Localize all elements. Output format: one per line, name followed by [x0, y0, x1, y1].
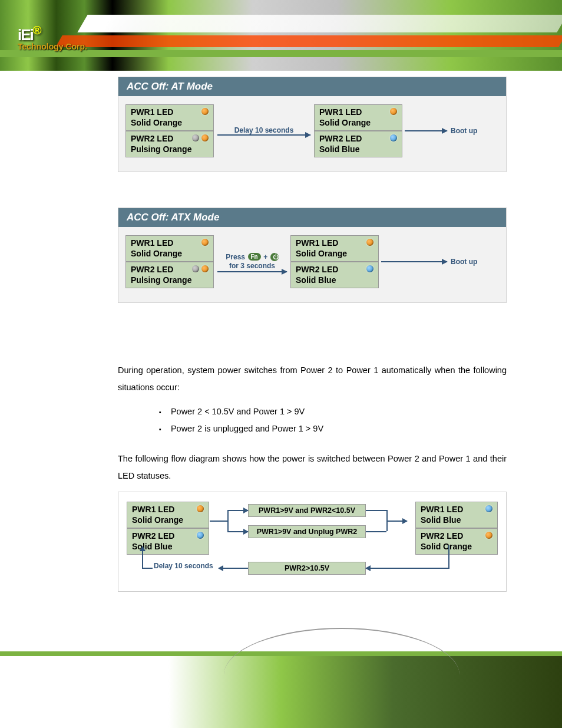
fn-key-icon: Fn [248, 253, 261, 261]
d3-right-r2: PWR2 LED Solid Orange [421, 531, 492, 552]
d2-duration-label: for 3 seconds [229, 262, 275, 270]
logo-sub: Technology Corp. [18, 42, 87, 51]
logo-reg: ® [33, 24, 41, 37]
d1-left-r1: PWR1 LED Solid Orange [131, 107, 209, 128]
logo-main: iEi [18, 26, 33, 44]
d1-mid-label: Delay 10 seconds [234, 126, 294, 134]
diagram2-title: ACC Off: ATX Mode [118, 208, 506, 227]
d2-press-label: Press [226, 253, 245, 261]
bullet-2: Power 2 is unplugged and Power 1 > 9V [159, 420, 507, 437]
bullet-list: Power 2 < 10.5V and Power 1 > 9V Power 2… [159, 403, 507, 437]
d3-delay: Delay 10 seconds [154, 562, 213, 570]
d3-cond2: PWR1>9V and Unplug PWR2 [248, 525, 366, 538]
d2-boot-label: Boot up [451, 258, 477, 266]
led-blue-icon [485, 505, 492, 512]
diagram-at-mode: ACC Off: AT Mode PWR1 LED Solid Orange P… [118, 77, 507, 172]
d3-cond1: PWR1>9V and PWR2<10.5V [248, 504, 366, 517]
d2-left-r1: PWR1 LED Solid Orange [131, 238, 209, 259]
led-orange-icon [201, 108, 209, 115]
d2-right-r1: PWR1 LED Solid Orange [296, 238, 373, 259]
d3-right-r1: PWR1 LED Solid Blue [421, 505, 492, 525]
footer-banner [0, 651, 562, 728]
plus-icon: + [263, 253, 267, 261]
d1-right-r2: PWR2 LED Solid Blue [319, 134, 397, 154]
paragraph-2: The following flow diagram shows how the… [118, 450, 507, 485]
d1-boot-label: Boot up [451, 127, 477, 135]
paragraph-1: During operation, system power switches … [118, 362, 507, 396]
logo: iEi® Technology Corp. [18, 24, 87, 51]
led-orange-icon [201, 239, 209, 246]
led-orange-icon [197, 505, 204, 512]
power-key-icon: ⏻ [270, 253, 279, 261]
led-orange-icon [201, 134, 209, 141]
d2-right-r2: PWR2 LED Solid Blue [296, 265, 373, 285]
main-content: ACC Off: AT Mode PWR1 LED Solid Orange P… [118, 77, 507, 592]
led-blue-icon [366, 265, 373, 272]
bullet-1: Power 2 < 10.5V and Power 1 > 9V [159, 403, 507, 420]
led-orange-icon [485, 532, 492, 539]
led-dim-icon [192, 265, 199, 272]
diagram-atx-mode: ACC Off: ATX Mode PWR1 LED Solid Orange … [118, 207, 507, 303]
d1-right-r1: PWR1 LED Solid Orange [319, 107, 397, 128]
d3-left-r1: PWR1 LED Solid Orange [132, 505, 204, 525]
led-orange-icon [366, 239, 373, 246]
diagram1-title: ACC Off: AT Mode [118, 77, 506, 96]
led-blue-icon [390, 134, 397, 141]
led-blue-icon [197, 532, 204, 539]
d3-cond3: PWR2>10.5V [248, 562, 366, 575]
led-dim-icon [192, 134, 199, 141]
led-orange-icon [201, 265, 209, 272]
diagram-power-switch: PWR1 LED Solid Orange PWR2 LED Solid Blu… [118, 492, 507, 592]
led-orange-icon [390, 108, 397, 115]
